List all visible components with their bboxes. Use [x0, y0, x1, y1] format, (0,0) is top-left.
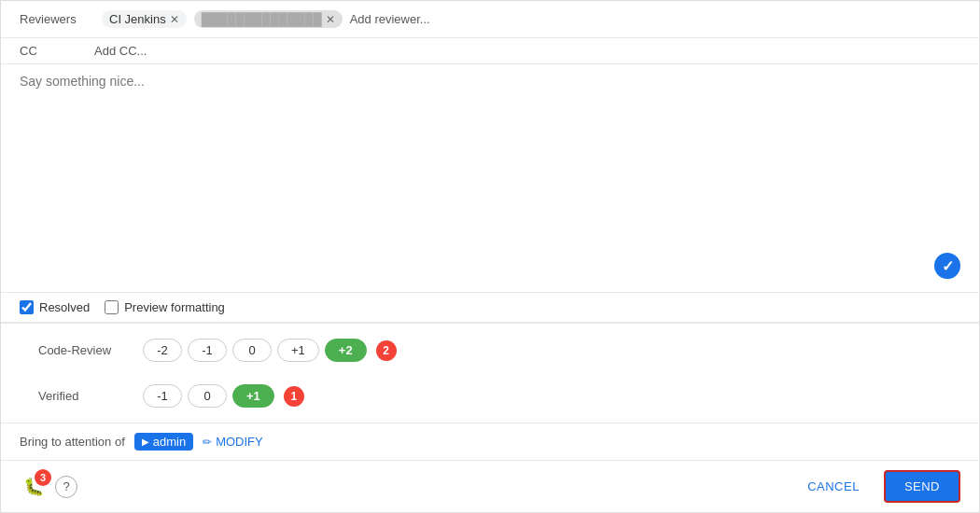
- footer: 🐛 3 ? CANCEL SEND: [1, 460, 979, 512]
- code-review-badge: 2: [376, 340, 397, 361]
- pencil-icon: ✏: [203, 436, 212, 449]
- resolved-label: Resolved: [39, 300, 90, 314]
- reviewer-chip-jenkins[interactable]: CI Jenkins ✕: [102, 10, 187, 28]
- reviewer-name-blurred: ██████████████: [202, 12, 322, 26]
- add-reviewer-link[interactable]: Add reviewer...: [350, 12, 430, 26]
- verified-row: Verified -1 0 +1 1: [20, 375, 960, 417]
- cc-label: CC: [20, 44, 94, 58]
- reviewers-label: Reviewers: [20, 12, 94, 26]
- bug-icon-wrapper: 🐛 3: [20, 473, 48, 501]
- send-button[interactable]: SEND: [884, 470, 960, 503]
- preview-checkbox-label[interactable]: Preview formatting: [105, 300, 225, 314]
- code-review-minus1[interactable]: -1: [188, 339, 227, 362]
- resolved-checkbox-label[interactable]: Resolved: [20, 300, 90, 314]
- code-review-row: Code-Review -2 -1 0 +1 +2 2: [20, 329, 960, 371]
- add-cc-link[interactable]: Add CC...: [94, 44, 147, 58]
- code-review-plus2[interactable]: +2: [325, 339, 367, 362]
- verified-label: Verified: [38, 389, 132, 403]
- cc-row: CC Add CC...: [1, 38, 979, 64]
- reviewer-chip-blurred[interactable]: ██████████████ ✕: [194, 10, 343, 28]
- options-row: Resolved Preview formatting: [1, 293, 979, 323]
- reviewer-name-jenkins: CI Jenkins: [109, 12, 166, 26]
- attention-section: Bring to attention of ▶ admin ✏ MODIFY: [1, 423, 979, 460]
- checkmark-icon[interactable]: [934, 253, 960, 279]
- footer-badge: 3: [35, 469, 51, 486]
- attention-label: Bring to attention of: [20, 435, 125, 449]
- code-review-label: Code-Review: [38, 343, 132, 357]
- verified-0[interactable]: 0: [188, 384, 227, 408]
- verified-badge: 1: [284, 386, 304, 407]
- attention-chip-label: admin: [153, 435, 186, 449]
- comment-textarea[interactable]: [20, 74, 960, 283]
- reviewers-row: Reviewers CI Jenkins ✕ ██████████████ ✕ …: [1, 1, 979, 38]
- preview-checkbox[interactable]: [105, 300, 119, 314]
- vote-rows: Code-Review -2 -1 0 +1 +2 2 Verified -1 …: [1, 323, 979, 423]
- code-review-plus1[interactable]: +1: [277, 339, 319, 362]
- resolved-checkbox[interactable]: [20, 300, 34, 314]
- verified-plus1[interactable]: +1: [232, 384, 274, 408]
- code-review-0[interactable]: 0: [232, 339, 272, 362]
- verified-buttons: -1 0 +1 1: [143, 384, 304, 408]
- footer-icons: 🐛 3 ?: [20, 473, 77, 501]
- modify-link[interactable]: ✏ MODIFY: [203, 435, 263, 449]
- remove-reviewer-blurred[interactable]: ✕: [326, 14, 335, 25]
- modify-label: MODIFY: [216, 435, 263, 449]
- attention-chip-admin[interactable]: ▶ admin: [134, 433, 193, 451]
- reply-dialog: Reviewers CI Jenkins ✕ ██████████████ ✕ …: [0, 0, 980, 513]
- code-review-buttons: -2 -1 0 +1 +2 2: [143, 339, 397, 362]
- remove-reviewer-jenkins[interactable]: ✕: [170, 14, 179, 25]
- help-icon-button[interactable]: ?: [55, 476, 77, 498]
- verified-minus1[interactable]: -1: [143, 384, 182, 408]
- cancel-button[interactable]: CANCEL: [792, 472, 875, 501]
- attention-arrow-icon: ▶: [142, 437, 149, 447]
- preview-label: Preview formatting: [124, 300, 225, 314]
- comment-section: [1, 64, 979, 293]
- code-review-minus2[interactable]: -2: [143, 339, 182, 362]
